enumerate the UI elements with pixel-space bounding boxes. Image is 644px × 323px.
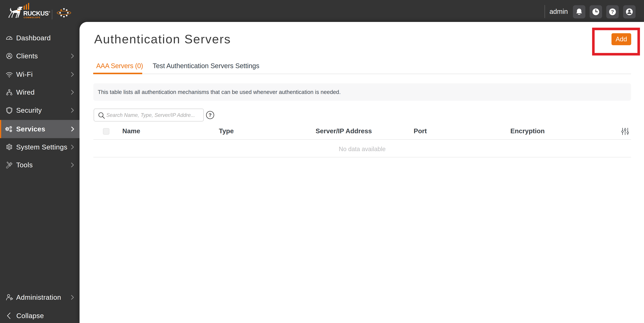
svg-text:?: ? bbox=[208, 112, 212, 118]
svg-text:?: ? bbox=[611, 9, 614, 15]
